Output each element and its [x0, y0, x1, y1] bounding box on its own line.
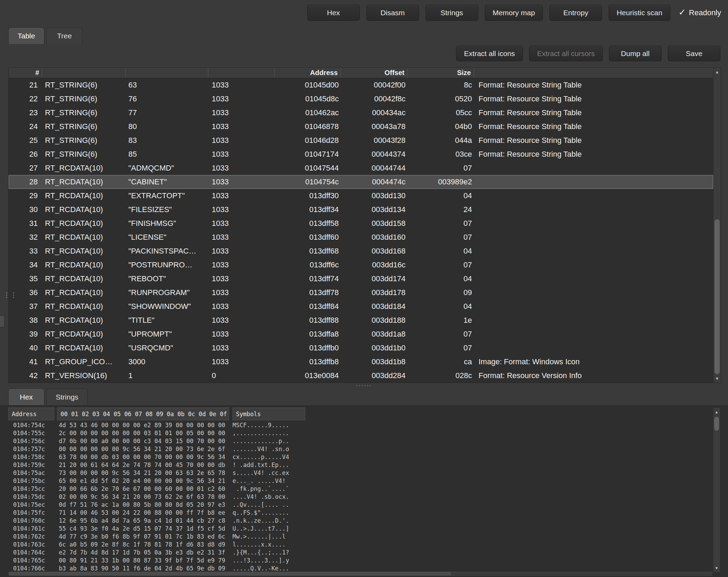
table-row[interactable]: 35RT_RCDATA(10)"REBOOT"1033013dff74003dd…	[9, 272, 713, 286]
table-row[interactable]: 29RT_RCDATA(10)"EXTRACTOPT"1033013dff300…	[9, 189, 713, 203]
toolbar-button-strings[interactable]: Strings	[426, 4, 478, 21]
hex-row[interactable]: 0104:75cc20 00 66 6b 2e 70 6e 67 00 00 6…	[8, 485, 705, 493]
cell-number: 34	[9, 258, 42, 272]
hex-symbols: s.....V4! .cc.ex	[233, 469, 289, 477]
readonly-checkbox[interactable]: ✓ Readonly	[679, 4, 721, 21]
panel-splitter[interactable]: ······	[0, 383, 728, 388]
cell-size: 04	[408, 189, 474, 203]
cell-offset: 003dd178	[341, 286, 408, 300]
toolbar-button-memory-map[interactable]: Memory map	[485, 4, 543, 21]
table-row[interactable]: 30RT_RCDATA(10)"FILESIZES"1033013dff3400…	[9, 203, 713, 217]
hex-row[interactable]: 0104:75dc02 00 00 9c 56 34 21 20 00 73 6…	[8, 493, 705, 501]
hex-row[interactable]: 0104:758c63 78 00 00 db 03 00 00 00 70 0…	[8, 453, 705, 461]
left-splitter-handle[interactable]: ⋮ ⋮	[3, 292, 17, 298]
hex-horizontal-scrollbar[interactable]	[8, 571, 713, 576]
table-row[interactable]: 38RT_RCDATA(10)"TITLE"1033013dff88003dd1…	[9, 313, 713, 327]
save-button[interactable]: Save	[668, 46, 720, 61]
table-row[interactable]: 25RT_STRING(6)83103301046d2800043f28044a…	[9, 134, 713, 147]
column-header-info[interactable]	[474, 68, 713, 78]
hex-header-symbols[interactable]: Symbols	[233, 407, 305, 420]
toolbar-button-heuristic-scan[interactable]: Heuristic scan	[609, 4, 670, 21]
column-header-number[interactable]: #	[9, 68, 42, 78]
table-row[interactable]: 37RT_RCDATA(10)"SHOWWINDOW"1033013dff840…	[9, 300, 713, 313]
column-header-size[interactable]: Size	[408, 68, 474, 78]
hex-row[interactable]: 0104:756cd7 0b 00 00 a0 00 00 00 c3 04 0…	[8, 437, 705, 445]
hex-symbols: .fk.png..`....`	[233, 485, 289, 493]
hex-row[interactable]: 0104:762c4d 77 c9 3e b0 f6 8b 9f 07 91 0…	[8, 533, 705, 541]
hex-row[interactable]: 0104:764ce2 7d 7b 4d 8d 17 1d 7b 05 0a 3…	[8, 549, 705, 557]
hex-symbols: cx......p.....V4	[233, 453, 289, 461]
hex-scrollbar-thumb[interactable]	[714, 417, 719, 431]
hex-symbols: ...!3....3...].y	[233, 557, 289, 565]
table-row[interactable]: 26RT_STRING(6)851033010471740004437403ce…	[9, 147, 713, 161]
hex-header-address[interactable]: Address	[8, 407, 54, 420]
toolbar-button-disasm[interactable]: Disasm	[366, 4, 419, 21]
cell-number: 39	[9, 327, 42, 341]
table-scrollbar-thumb[interactable]	[715, 219, 720, 374]
tab-hex[interactable]: Hex	[8, 388, 44, 405]
hex-row[interactable]: 0104:75bc65 00 e1 dd 5f 02 20 e4 00 00 0…	[8, 477, 705, 485]
table-row[interactable]: 40RT_RCDATA(10)"USRQCMD"1033013dffb0003d…	[9, 341, 713, 355]
cell-size: ca	[408, 355, 474, 369]
table-row[interactable]: 39RT_RCDATA(10)"UPROMPT"1033013dffa8003d…	[9, 327, 713, 341]
tab-strings[interactable]: Strings	[46, 388, 88, 405]
cell-language: 1033	[208, 327, 275, 341]
table-row[interactable]: 23RT_STRING(6)771033010462ac000434ac05cc…	[9, 106, 713, 120]
toolbar-button-entropy[interactable]: Entropy	[549, 4, 602, 21]
hex-scrollbar[interactable]: ▲ ▼	[713, 407, 720, 573]
table-row[interactable]: 41RT_GROUP_ICO…30001033013dffb8003dd1b8c…	[9, 355, 713, 369]
hex-symbols: MSCF......9.....	[233, 421, 289, 429]
table-row[interactable]: 34RT_RCDATA(10)"POSTRUNPRO…1033013dff6c0…	[9, 258, 713, 272]
column-header-offset[interactable]: Offset	[341, 68, 408, 78]
column-header-type[interactable]	[42, 68, 126, 78]
scroll-down-icon[interactable]: ▼	[713, 564, 720, 572]
extract-all-cursors-button[interactable]: Extract all cursors	[529, 46, 603, 61]
table-row[interactable]: 21RT_STRING(6)63103301045d0000042f008cFo…	[9, 78, 713, 92]
hex-header-byte-columns[interactable]: 00 01 02 03 04 05 06 07 08 09 0a 0b 0c 0…	[57, 407, 229, 420]
cell-language: 1033	[208, 341, 275, 355]
table-row[interactable]: 31RT_RCDATA(10)"FINISHMSG"1033013dff5800…	[9, 217, 713, 230]
table-row[interactable]: 28RT_RCDATA(10)"CABINET"10330104754c0004…	[9, 175, 713, 189]
cell-language: 1033	[208, 78, 275, 92]
scroll-up-icon[interactable]: ▲	[713, 408, 720, 416]
scroll-down-icon[interactable]: ▼	[713, 374, 721, 383]
collapsed-panel-tab[interactable]	[0, 315, 4, 327]
hex-row[interactable]: 0104:755c2c 00 00 00 00 00 00 00 03 01 0…	[8, 429, 705, 437]
table-row[interactable]: 36RT_RCDATA(10)"RUNPROGRAM"1033013dff780…	[9, 286, 713, 300]
hex-row[interactable]: 0104:761c55 c4 93 3e f0 4a 2e d5 15 07 7…	[8, 525, 705, 533]
table-row[interactable]: 32RT_RCDATA(10)"LICENSE"1033013dff60003d…	[9, 230, 713, 244]
extract-all-icons-button[interactable]: Extract all icons	[456, 46, 523, 61]
hex-row[interactable]: 0104:75ac73 00 00 00 00 9c 56 34 21 20 0…	[8, 469, 705, 477]
hex-row[interactable]: 0104:75fc71 14 00 46 53 00 24 22 00 88 0…	[8, 509, 705, 517]
column-header-language[interactable]	[208, 68, 275, 78]
hex-row[interactable]: 0104:765c00 80 91 21 33 1b 00 80 87 33 9…	[8, 557, 705, 565]
table-row[interactable]: 24RT_STRING(6)8010330104687800043a7804b0…	[9, 120, 713, 134]
cell-type: RT_STRING(6)	[42, 106, 126, 120]
table-row[interactable]: 33RT_RCDATA(10)"PACKINSTSPAC…1033013dff6…	[9, 244, 713, 258]
cell-language: 1033	[208, 203, 275, 217]
tab-tree[interactable]: Tree	[46, 27, 82, 44]
hex-row[interactable]: 0104:763c6c a0 b5 09 2e 8f 8c 1f 78 81 7…	[8, 541, 705, 549]
hex-row[interactable]: 0104:757c00 00 00 00 00 00 9c 56 34 21 2…	[8, 445, 705, 453]
table-row[interactable]: 22RT_STRING(6)76103301045d8c00042f8c0520…	[9, 92, 713, 106]
hex-row[interactable]: 0104:759c21 20 00 61 64 64 2e 74 78 74 0…	[8, 461, 705, 469]
table-row[interactable]: 42RT_VERSION(16)10013e0084003dd284028cFo…	[9, 369, 713, 383]
hex-horizontal-scrollbar-thumb[interactable]	[8, 572, 451, 576]
table-scrollbar[interactable]: ▲ ▼	[713, 68, 721, 383]
cell-name: "POSTRUNPRO…	[126, 258, 208, 272]
toolbar-button-hex[interactable]: Hex	[307, 4, 360, 21]
column-header-address[interactable]: Address	[275, 68, 341, 78]
hex-row[interactable]: 0104:760c12 6e 95 6b a4 8d 7a 65 9a c4 1…	[8, 517, 705, 525]
cell-number: 38	[9, 313, 42, 327]
hex-row[interactable]: 0104:754c4d 53 43 46 00 00 00 00 e2 89 3…	[8, 421, 705, 429]
cell-address: 01046878	[275, 120, 341, 134]
cell-type: RT_RCDATA(10)	[42, 217, 126, 230]
dump-all-button[interactable]: Dump all	[609, 46, 662, 61]
hex-address: 0104:758c	[8, 453, 59, 461]
hex-row[interactable]: 0104:75ec0d f7 51 76 ac 1a 00 80 5b 80 8…	[8, 501, 705, 509]
scroll-up-icon[interactable]: ▲	[713, 68, 721, 76]
cell-name: "USRQCMD"	[126, 341, 208, 355]
tab-table[interactable]: Table	[8, 27, 44, 44]
table-row[interactable]: 27RT_RCDATA(10)"ADMQCMD"1033010475440004…	[9, 161, 713, 175]
column-header-name[interactable]	[126, 68, 208, 78]
